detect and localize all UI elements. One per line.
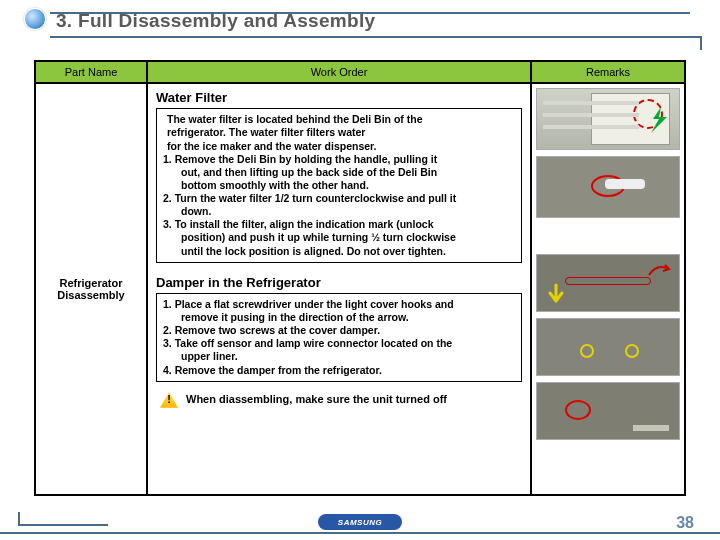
callout-circle-icon — [625, 344, 639, 358]
corner-decor-tr — [612, 36, 702, 50]
wf-step-2a: 2. Turn the water filter 1/2 turn counte… — [163, 192, 515, 205]
dp-step-3b: upper liner. — [163, 350, 515, 363]
table-header-row: Part Name Work Order Remarks — [36, 62, 684, 84]
dp-step-3a: 3. Take off sensor and lamp wire connect… — [163, 337, 515, 350]
remark-photo-fridge-open — [536, 88, 680, 150]
callout-circle-icon — [580, 344, 594, 358]
header-orb-icon — [24, 8, 46, 30]
wf-step-2b: down. — [163, 205, 515, 218]
th-part-name: Part Name — [36, 62, 148, 82]
wf-step-3b: position) and push it up while turning ½… — [163, 231, 515, 244]
filter-label-icon — [605, 179, 645, 189]
content-table: Part Name Work Order Remarks Refrigerato… — [34, 60, 686, 496]
wf-intro-3: for the ice maker and the water dispense… — [163, 140, 515, 153]
page-title: 3. Full Disassembly and Assembly — [56, 10, 375, 32]
th-work-order: Work Order — [148, 62, 532, 82]
cell-remarks — [532, 84, 684, 494]
warning-text: When diassembling, make sure the unit tu… — [186, 393, 447, 407]
remark-photo-damper-1 — [536, 254, 680, 312]
water-filter-box: The water filter is located behind the D… — [156, 108, 522, 262]
dp-step-2: 2. Remove two screws at the cover damper… — [163, 324, 515, 337]
warning-row: When diassembling, make sure the unit tu… — [156, 392, 522, 408]
wf-step-3c: until the lock position is aligned. Do n… — [163, 245, 515, 258]
dp-step-4: 4. Remove the damper from the refrigerat… — [163, 364, 515, 377]
dp-step-1b: remove it pusing in the direction of the… — [163, 311, 515, 324]
cell-part-name: Refrigerator Disassembly — [36, 84, 148, 494]
wf-step-1b: out, and then lifting up the back side o… — [163, 166, 515, 179]
remark-photo-damper-3 — [536, 382, 680, 440]
title-underline — [50, 36, 690, 38]
arrow-curve-icon — [647, 261, 673, 281]
callout-circle-icon — [565, 400, 591, 420]
corner-decor-bl — [18, 512, 108, 526]
wf-step-3a: 3. To install the filter, align the indi… — [163, 218, 515, 231]
page-number: 38 — [676, 514, 694, 532]
section-title-damper: Damper in the Refrigerator — [156, 275, 522, 291]
tool-icon — [633, 425, 669, 431]
remark-photo-filter-closeup — [536, 156, 680, 218]
callout-rect-icon — [565, 277, 650, 285]
wf-step-1a: 1. Remove the Deli Bin by holding the ha… — [163, 153, 515, 166]
table-body: Refrigerator Disassembly Water Filter Th… — [36, 84, 684, 494]
footer-rule — [0, 532, 720, 534]
arrow-down-icon — [545, 283, 567, 305]
brand-logo: SAMSUNG — [318, 514, 402, 530]
wf-step-1c: bottom smoothly with the other hand. — [163, 179, 515, 192]
remark-photo-damper-2 — [536, 318, 680, 376]
part-name-label: Refrigerator Disassembly — [42, 277, 140, 301]
damper-box: 1. Place a flat screwdriver under the li… — [156, 293, 522, 382]
cell-work-order: Water Filter The water filter is located… — [148, 84, 532, 494]
th-remarks: Remarks — [532, 62, 684, 82]
warning-icon — [160, 392, 178, 408]
lightning-icon — [647, 107, 671, 133]
section-title-water-filter: Water Filter — [156, 90, 522, 106]
wf-intro-2: refrigerator. The water filter filters w… — [163, 126, 515, 139]
wf-intro-1: The water filter is located behind the D… — [163, 113, 515, 126]
dp-step-1a: 1. Place a flat screwdriver under the li… — [163, 298, 515, 311]
